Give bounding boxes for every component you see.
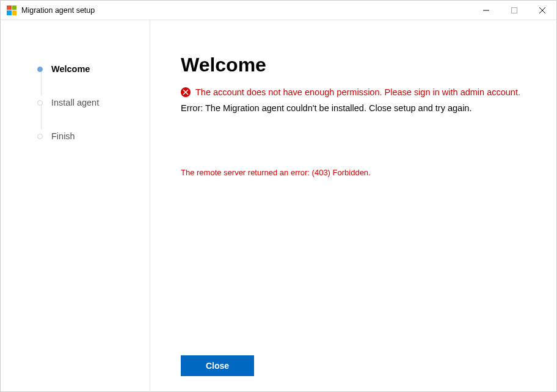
step-finish: Finish (37, 130, 150, 142)
step-dot-icon (37, 100, 43, 106)
footer: Close (181, 355, 526, 379)
maximize-button (500, 1, 528, 20)
error-icon (181, 87, 191, 97)
install-error-text: Error: The Migration agent couldn't be i… (181, 103, 526, 113)
close-button[interactable]: Close (181, 355, 254, 376)
titlebar: Migration agent setup (1, 1, 556, 20)
page-title: Welcome (181, 54, 526, 76)
permission-error-line: The account does not have enough permiss… (181, 87, 526, 97)
permission-error-text: The account does not have enough permiss… (195, 87, 520, 97)
svg-rect-1 (512, 7, 517, 13)
step-connector (41, 71, 42, 96)
step-dot-icon (37, 67, 43, 72)
window-body: Welcome Install agent Finish Welcome (1, 20, 556, 391)
step-list: Welcome Install agent Finish (37, 63, 150, 142)
step-welcome: Welcome (37, 63, 150, 75)
microsoft-logo-icon (7, 5, 16, 15)
step-label: Install agent (51, 98, 99, 107)
close-window-button[interactable] (528, 1, 556, 20)
step-label: Welcome (51, 64, 90, 74)
sidebar: Welcome Install agent Finish (1, 20, 150, 391)
server-error-text: The remote server returned an error: (40… (181, 168, 526, 177)
window-controls (472, 1, 556, 20)
step-connector (41, 105, 42, 129)
main-content: Welcome The account does not have enough… (150, 20, 556, 391)
window-title: Migration agent setup (21, 6, 472, 15)
step-label: Finish (51, 131, 75, 141)
window-frame: Migration agent setup Welcome (0, 0, 557, 392)
step-install-agent: Install agent (37, 96, 150, 109)
step-dot-icon (37, 134, 43, 139)
minimize-button[interactable] (472, 1, 500, 20)
